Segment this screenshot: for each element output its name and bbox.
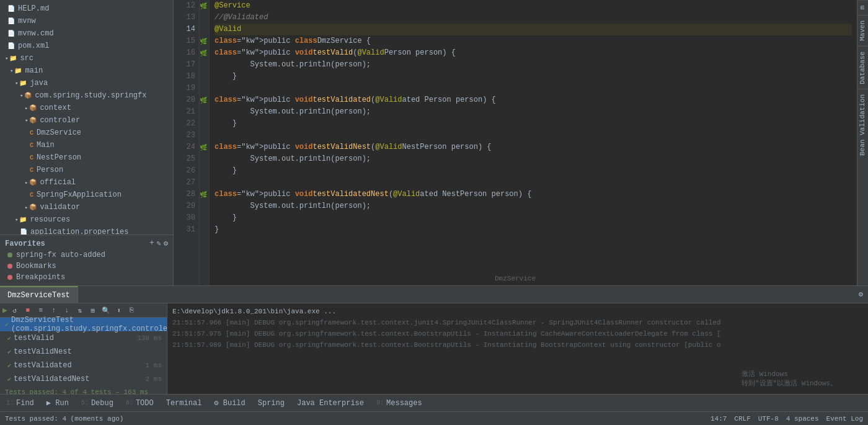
tab-label: Debug bbox=[91, 399, 113, 408]
run-export-btn[interactable]: ⬆ bbox=[113, 305, 125, 316]
package-icon: 📦 bbox=[29, 117, 38, 124]
favorite-item[interactable]: Breakpoints bbox=[0, 272, 173, 283]
tree-item-controler[interactable]: ▾📦controler bbox=[0, 114, 173, 127]
tree-item-main[interactable]: ▾📁main bbox=[0, 65, 173, 77]
expand-arrow[interactable]: ▸ bbox=[25, 204, 28, 211]
favorites-toolbar[interactable]: + ✎ ⚙ bbox=[149, 239, 168, 248]
run-sort-btn[interactable]: ⇅ bbox=[74, 305, 86, 316]
run-prev-btn[interactable]: ↑ bbox=[48, 305, 60, 316]
tree-item-mvnw-cmd[interactable]: 📄mvnw.cmd bbox=[0, 27, 173, 40]
code-line bbox=[215, 83, 852, 94]
status-crlf[interactable]: CRLF bbox=[734, 415, 750, 423]
tree-item-mvnw[interactable]: 📄mvnw bbox=[0, 15, 173, 27]
bottom-tab-javaenterprise[interactable]: Java Enterprise bbox=[291, 396, 370, 410]
run-test-item[interactable]: ✔DmzServiceTest (com.spring.study.spring… bbox=[0, 318, 167, 331]
add-favorite-icon[interactable]: + bbox=[149, 239, 154, 248]
bottom-tab-debug[interactable]: 5:Debug bbox=[75, 396, 120, 410]
maven-panel-tab[interactable]: Maven bbox=[857, 15, 868, 46]
tree-item-NestPerson[interactable]: CNestPerson bbox=[0, 151, 173, 164]
test-status-icon: ✔ bbox=[7, 375, 11, 383]
gutter-line: 🌿 bbox=[200, 141, 209, 153]
bottom-tab-spring[interactable]: Spring bbox=[252, 396, 291, 410]
tree-item-DmzService[interactable]: CDmzService bbox=[0, 127, 173, 139]
bean-validation-tab[interactable]: Bean Validation bbox=[857, 89, 868, 161]
bottom-tab-build[interactable]: ⚙ Build bbox=[208, 396, 251, 410]
run-tab-label: DmzServiceTest bbox=[7, 291, 70, 300]
tab-label: ⚙ Build bbox=[214, 398, 245, 408]
tree-label: validator bbox=[40, 203, 80, 212]
edit-favorite-icon[interactable]: ✎ bbox=[157, 239, 161, 248]
tree-item-validator[interactable]: ▸📦validator bbox=[0, 201, 173, 213]
file-icon: 📄 bbox=[7, 42, 16, 50]
status-indent[interactable]: 4 spaces bbox=[786, 415, 819, 423]
tree-label: src bbox=[20, 54, 33, 63]
tree-label: NestPerson bbox=[37, 153, 81, 162]
bottom-tab-messages[interactable]: 0:Messages bbox=[370, 396, 428, 410]
run-stop-btn[interactable]: ■ bbox=[22, 305, 33, 316]
code-panel[interactable]: @Service//@Validated@Validclass="kw">pub… bbox=[210, 0, 857, 285]
tab-number: 0: bbox=[376, 400, 384, 406]
tree-item-pkg1[interactable]: ▾📦com.spring.study.springfx bbox=[0, 89, 173, 102]
run-rerun-btn[interactable]: ↺ bbox=[9, 305, 20, 316]
file-icon: 📄 bbox=[7, 17, 16, 25]
favorite-item[interactable]: Bookmarks bbox=[0, 261, 173, 272]
tree-item-app-props[interactable]: 📄application.properties bbox=[0, 226, 173, 235]
expand-arrow[interactable]: ▾ bbox=[15, 80, 18, 87]
tree-item-Person[interactable]: CPerson bbox=[0, 164, 173, 176]
tree-item-pom-xml[interactable]: 📄pom.xml bbox=[0, 40, 173, 52]
expand-arrow[interactable]: ▸ bbox=[25, 179, 28, 186]
tree-item-SpringFxApplication[interactable]: CSpringFxApplication bbox=[0, 189, 173, 201]
tree-item-resources[interactable]: ▾📁resources bbox=[0, 213, 173, 226]
run-test-item[interactable]: ✔testValidatedNest2 ms bbox=[0, 372, 167, 386]
event-log-link[interactable]: Event Log bbox=[826, 415, 863, 423]
bottom-tab-run[interactable]: ▶ Run bbox=[40, 396, 75, 410]
tree-item-official[interactable]: ▸📦official bbox=[0, 176, 173, 189]
expand-arrow[interactable]: ▾ bbox=[15, 217, 18, 223]
bottom-tab-find[interactable]: 1:Find bbox=[0, 396, 40, 410]
bottom-tabs: 1:Find▶ Run5:Debug6:TODOTerminal⚙ BuildS… bbox=[0, 394, 868, 411]
tree-item-context[interactable]: ▸📦context bbox=[0, 102, 173, 114]
run-tab-dmzservice[interactable]: DmzServiceTest bbox=[0, 286, 78, 303]
favorite-item[interactable]: spring-fx auto-added bbox=[0, 249, 173, 261]
expand-arrow[interactable]: ▾ bbox=[5, 55, 8, 62]
status-encoding[interactable]: UTF-8 bbox=[758, 415, 779, 423]
run-toggle-btn[interactable]: ≡ bbox=[35, 305, 46, 316]
status-left: Tests passed: 4 (moments ago) bbox=[5, 415, 123, 423]
tab-number: 1: bbox=[6, 400, 14, 406]
line-number: 21 bbox=[177, 106, 195, 118]
tree-item-src[interactable]: ▾📁src bbox=[0, 52, 173, 65]
run-expand-btn[interactable]: ⊞ bbox=[87, 305, 99, 316]
bottom-tab-terminal[interactable]: Terminal bbox=[160, 396, 208, 410]
run-play-btn[interactable]: ▶ bbox=[2, 305, 7, 315]
tree-label: mvnw.cmd bbox=[18, 29, 54, 38]
code-line: System.out.println(person); bbox=[215, 59, 852, 71]
file-icon: 📄 bbox=[7, 5, 16, 12]
expand-arrow[interactable]: ▾ bbox=[25, 117, 28, 124]
run-left-panel: ▶ ↺ ■ ≡ ↑ ↓ ⇅ ⊞ 🔍 ⬆ ⎘ ✔DmzServiceTest (c… bbox=[0, 303, 167, 394]
run-search-btn[interactable]: 🔍 bbox=[100, 305, 112, 316]
run-test-item[interactable]: ✔testValid138 ms bbox=[0, 331, 167, 345]
favorite-settings-icon[interactable]: ⚙ bbox=[164, 239, 168, 248]
line-number: 15 bbox=[177, 35, 195, 47]
run-next-btn[interactable]: ↓ bbox=[61, 305, 73, 316]
test-item-label: testValidatedNest bbox=[14, 375, 89, 383]
run-copy-btn[interactable]: ⎘ bbox=[126, 305, 138, 316]
tab-label: Messages bbox=[386, 399, 422, 408]
run-test-item[interactable]: ✔testValidated1 ms bbox=[0, 359, 167, 372]
folder-icon: 📁 bbox=[19, 216, 28, 223]
tree-item-java[interactable]: ▾📁java bbox=[0, 77, 173, 89]
expand-arrow[interactable]: ▸ bbox=[25, 105, 28, 112]
database-tab[interactable]: Database bbox=[857, 46, 868, 89]
tree-item-Main[interactable]: CMain bbox=[0, 139, 173, 151]
expand-arrow[interactable]: ▾ bbox=[20, 92, 23, 99]
tree-item-help-md[interactable]: 📄HELP.md bbox=[0, 2, 173, 15]
maven-tab[interactable]: m bbox=[857, 0, 868, 15]
bottom-tab-todo[interactable]: 6:TODO bbox=[120, 396, 160, 410]
run-test-item[interactable]: ✔testValidNest bbox=[0, 345, 167, 359]
tree-label: controler bbox=[40, 116, 80, 125]
code-line bbox=[215, 130, 852, 141]
output-line: E:\develop\jdk1.8.0_201\bin\java.exe ... bbox=[172, 306, 863, 317]
output-line: 21:51:57.989 [main] DEBUG org.springfram… bbox=[172, 339, 863, 351]
run-settings-icon[interactable]: ⚙ bbox=[854, 287, 868, 302]
expand-arrow[interactable]: ▾ bbox=[10, 68, 13, 74]
